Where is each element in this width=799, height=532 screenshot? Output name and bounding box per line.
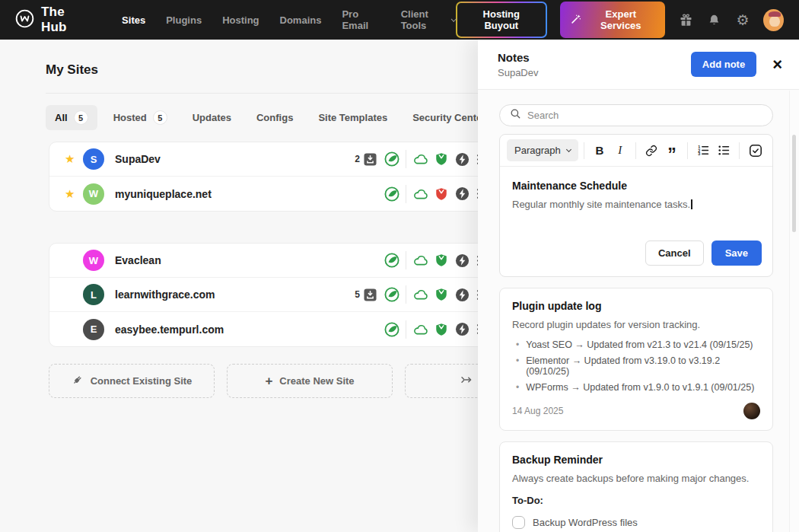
defender-shield-alert-icon[interactable] [434, 186, 449, 202]
favorite-star-icon[interactable]: ★ [65, 152, 83, 166]
editor-footer: Cancel Save [500, 220, 772, 276]
nav-item-domains[interactable]: Domains [280, 14, 322, 26]
note-card-footer: 14 Aug 2025 [512, 403, 760, 419]
add-note-button[interactable]: Add note [691, 52, 756, 77]
site-name[interactable]: learnwithgrace.com [115, 288, 215, 301]
tab-site-templates[interactable]: Site Templates [309, 107, 396, 129]
nav-item-sites[interactable]: Sites [122, 14, 145, 26]
hosting-cloud-icon[interactable] [413, 151, 428, 167]
nav-item-hosting[interactable]: Hosting [222, 14, 259, 26]
page-title: My Sites [46, 62, 98, 78]
tab-updates[interactable]: Updates [183, 107, 240, 129]
download-update-icon [364, 153, 377, 166]
hosting-cloud-icon[interactable] [413, 186, 428, 202]
defender-shield-icon[interactable] [434, 322, 449, 337]
hosting-buyout-button[interactable]: Hosting Buyout [456, 2, 547, 38]
note-card-description: Always create backups before making majo… [512, 473, 760, 484]
site-status-icon[interactable] [384, 253, 400, 268]
create-new-site-button[interactable]: + Create New Site [227, 364, 393, 398]
panel-scrollbar-thumb[interactable] [792, 135, 796, 232]
site-avatar: S [83, 148, 104, 170]
ordered-list-button[interactable]: 123 [693, 140, 714, 161]
updates-badge[interactable]: 5 [307, 288, 377, 301]
link-button[interactable] [641, 140, 662, 161]
expert-services-button[interactable]: Expert Services [560, 2, 666, 38]
note-title-input[interactable]: Maintenance Schedule [512, 180, 760, 192]
plug-icon [72, 374, 84, 388]
site-status-icon[interactable] [384, 151, 400, 167]
site-status-icon[interactable] [384, 186, 400, 202]
toolbar-separator [635, 142, 636, 159]
hummingbird-bolt-icon[interactable] [454, 253, 470, 268]
expert-services-label: Expert Services [587, 8, 655, 31]
note-editor-card: Paragraph B I ” 123 [499, 134, 773, 277]
download-update-icon [364, 288, 377, 301]
settings-gear-icon[interactable]: ⚙ [735, 11, 750, 28]
favorite-star-icon[interactable]: ★ [65, 187, 83, 201]
notes-panel-body: Paragraph B I ” 123 [478, 91, 799, 532]
hosting-cloud-icon[interactable] [413, 322, 428, 337]
gift-icon[interactable] [678, 11, 693, 28]
main-nav: Sites Plugins Hosting Domains Pro Email … [122, 8, 456, 31]
hosting-cloud-icon[interactable] [413, 287, 428, 302]
note-body-input[interactable]: Regular monthly site maintenance tasks. [512, 199, 760, 210]
todo-item-label: Backup WordPress files [533, 517, 638, 528]
site-name[interactable]: myuniqueplace.net [115, 188, 212, 200]
checkbox-unchecked[interactable] [512, 516, 525, 529]
todo-item: Backup WordPress files [512, 516, 760, 529]
hosting-cloud-icon[interactable] [413, 253, 428, 268]
hub-logo[interactable]: The Hub [15, 5, 90, 35]
notes-panel: Notes SupaDev Add note × Paragraph B I [478, 40, 799, 532]
updates-badge[interactable]: 2 [307, 153, 377, 166]
updates-count: 5 [355, 289, 360, 300]
tab-hosted-count: 5 [153, 110, 167, 125]
toolbar-separator [584, 142, 584, 159]
defender-shield-icon[interactable] [434, 151, 449, 167]
nav-item-plugins[interactable]: Plugins [166, 14, 202, 26]
note-card-title: Backup Reminder [512, 454, 760, 466]
hummingbird-bolt-icon[interactable] [454, 186, 470, 202]
nav-item-pro-email[interactable]: Pro Email [342, 8, 380, 31]
blockquote-button[interactable]: ” [662, 140, 683, 161]
save-button[interactable]: Save [711, 241, 762, 266]
nav-item-client-tools[interactable]: Client Tools [401, 8, 456, 31]
user-avatar[interactable] [763, 9, 784, 31]
hummingbird-bolt-icon[interactable] [454, 151, 470, 167]
bullet-list-button[interactable] [714, 140, 734, 161]
navbar-right: Hosting Buyout Expert Services ⚙ [456, 2, 784, 38]
cancel-button[interactable]: Cancel [645, 241, 704, 266]
site-avatar: L [83, 284, 104, 305]
panel-scrollbar-track[interactable] [789, 91, 799, 532]
hummingbird-bolt-icon[interactable] [454, 322, 470, 337]
defender-shield-icon[interactable] [434, 287, 449, 302]
site-name[interactable]: Evaclean [115, 254, 161, 266]
bold-button[interactable]: B [590, 140, 610, 161]
defender-shield-icon[interactable] [434, 253, 449, 268]
close-icon[interactable]: × [772, 56, 782, 73]
search-input[interactable] [527, 110, 762, 121]
hub-logo-text: The Hub [41, 5, 90, 35]
tab-configs[interactable]: Configs [247, 107, 302, 129]
connect-existing-site-button[interactable]: Connect Existing Site [49, 364, 215, 398]
notifications-bell-icon[interactable] [706, 11, 721, 28]
search-icon [510, 108, 521, 123]
list-item: Yoast SEO → Updated from v21.3 to v21.4 … [516, 339, 760, 350]
site-name[interactable]: SupaDev [115, 153, 161, 165]
tab-hosted[interactable]: Hosted 5 [104, 105, 177, 130]
todo-label: To-Do: [512, 495, 760, 506]
italic-button[interactable]: I [610, 140, 630, 161]
site-status-icon[interactable] [384, 287, 400, 302]
notes-panel-titles: Notes SupaDev [498, 51, 538, 78]
note-date: 14 Aug 2025 [512, 406, 563, 416]
tab-all[interactable]: All 5 [46, 105, 97, 130]
icon-divider [406, 320, 406, 339]
note-card-backup-reminder: Backup Reminder Always create backups be… [499, 441, 773, 532]
checklist-button[interactable] [745, 140, 766, 161]
note-card-plugin-update-log: Plugin update log Record plugin updates … [499, 288, 773, 431]
note-editor-content[interactable]: Maintenance Schedule Regular monthly sit… [500, 167, 772, 220]
site-status-icon[interactable] [384, 322, 400, 337]
tab-all-label: All [55, 112, 68, 123]
format-dropdown[interactable]: Paragraph [507, 139, 578, 161]
hummingbird-bolt-icon[interactable] [454, 287, 470, 302]
site-name[interactable]: easybee.tempurl.com [115, 323, 224, 336]
